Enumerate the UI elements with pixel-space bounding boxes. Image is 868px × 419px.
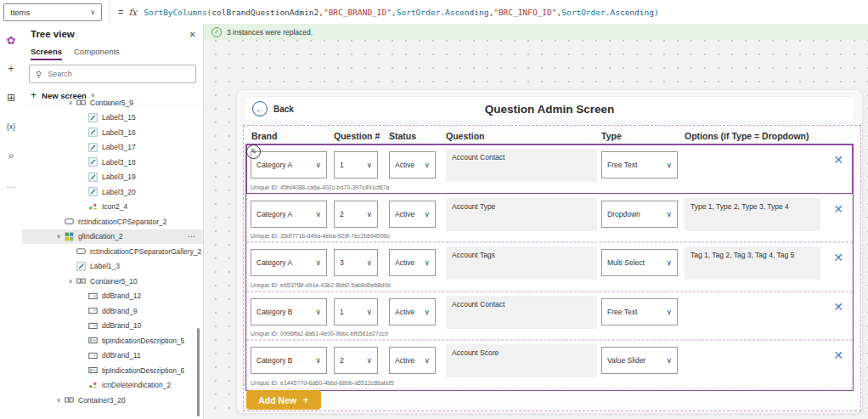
tree-item-rctIndicationCPSeparatorGallery_2[interactable]: rctIndicationCPSeparatorGallery_2 bbox=[22, 244, 203, 259]
search-icon[interactable]: ⌕ bbox=[0, 144, 22, 167]
brand-dropdown[interactable]: Category A∨ bbox=[251, 249, 327, 276]
options-input[interactable]: Tag 1, Tag 2, Tag 3, Tag 4, Tag 5 bbox=[685, 246, 820, 280]
tree-item-label: Label3_16 bbox=[102, 128, 136, 137]
tree-item-ddBrand_9[interactable]: ddBrand_9 bbox=[22, 303, 203, 319]
label-icon bbox=[88, 187, 98, 196]
delete-row-icon[interactable]: ✕ bbox=[830, 300, 847, 314]
question-input[interactable]: Account Contact bbox=[446, 296, 597, 329]
chevron-down-icon[interactable]: ∨ bbox=[53, 233, 65, 240]
gallery-row[interactable]: Category B∨1∨Active∨Account ContactFree … bbox=[246, 292, 853, 341]
type-dropdown[interactable]: Free Text∨ bbox=[601, 298, 678, 326]
tree-item-label: rctIndicationCPSeparatorGallery_2 bbox=[90, 247, 201, 256]
tree-item-Label3_16[interactable]: Label3_16 bbox=[22, 125, 203, 140]
question-number-dropdown[interactable]: 1∨ bbox=[334, 298, 378, 326]
question-input[interactable]: Account Type bbox=[446, 198, 597, 231]
divider bbox=[109, 1, 110, 24]
status-dropdown[interactable]: Active∨ bbox=[389, 151, 436, 178]
chevron-down-icon[interactable]: ∨ bbox=[65, 278, 76, 285]
status-dropdown-value: Active bbox=[395, 161, 414, 169]
gallery-row[interactable]: ✎Category A∨1∨Active∨Account ContactFree… bbox=[246, 144, 853, 194]
formula-code[interactable]: SortByColumns(colBrandQuestionAdmin2,"BR… bbox=[144, 8, 658, 17]
tree-item-ddBrand_11[interactable]: ddBrand_11 bbox=[22, 348, 203, 364]
gallery-row[interactable]: Category B∨2∨Active∨Account ScoreValue S… bbox=[246, 340, 853, 389]
tree-item-tipIndicationDescription_6[interactable]: tipIndicationDescription_6 bbox=[22, 363, 203, 378]
textinput-icon bbox=[88, 336, 98, 345]
brand-dropdown[interactable]: Category A∨ bbox=[251, 151, 327, 178]
options-input[interactable]: Type 1, Type 2, Type 3, Type 4 bbox=[685, 198, 820, 231]
tree-item-label: ddBrand_11 bbox=[102, 351, 141, 360]
chevron-down-icon: ∨ bbox=[666, 258, 672, 267]
question-input[interactable]: Account Tags bbox=[446, 246, 597, 280]
dropdown-icon bbox=[88, 306, 98, 315]
tree-item-Container5_9[interactable]: ∨Container5_9 bbox=[22, 95, 203, 110]
chevron-down-icon: ∨ bbox=[424, 161, 430, 169]
status-dropdown-value: Active bbox=[395, 356, 414, 365]
insert-icon[interactable]: + bbox=[0, 58, 22, 80]
status-dropdown[interactable]: Active∨ bbox=[389, 347, 436, 374]
tree-item-Label1_3[interactable]: Label1_3 bbox=[22, 259, 203, 275]
more-icon[interactable]: … bbox=[0, 173, 22, 195]
brand-dropdown[interactable]: Category A∨ bbox=[251, 201, 327, 228]
tree-item-ddBrand_12[interactable]: ddBrand_12 bbox=[22, 289, 203, 304]
question-input[interactable]: Account Score bbox=[446, 344, 597, 377]
variables-icon[interactable]: {x} bbox=[0, 116, 22, 138]
question-gallery[interactable]: ✎Category A∨1∨Active∨Account ContactFree… bbox=[245, 144, 854, 391]
brand-dropdown[interactable]: Category B∨ bbox=[251, 347, 327, 374]
tree-item-tipIndicationDescription_5[interactable]: tipIndicationDescription_5 bbox=[22, 333, 203, 348]
question-number-dropdown[interactable]: 3∨ bbox=[334, 249, 378, 276]
gallery-container: BrandQuestion #StatusQuestionTypeOptions… bbox=[243, 125, 861, 411]
tree-item-Container5_10[interactable]: ∨Container5_10 bbox=[22, 274, 203, 289]
tree-item-Label3_19[interactable]: Label3_19 bbox=[22, 170, 203, 185]
status-dropdown[interactable]: Active∨ bbox=[389, 298, 436, 326]
tree-item-Label3_17[interactable]: Label3_17 bbox=[22, 140, 203, 156]
chevron-down-icon[interactable]: ∨ bbox=[53, 397, 65, 404]
unique-id-label: Unique ID: eb537f8f-d91e-43b2-8bb0-5ab8d… bbox=[251, 282, 391, 288]
gallery-row[interactable]: Category A∨2∨Active∨Account TypeDropdown… bbox=[246, 194, 853, 243]
label-icon bbox=[88, 127, 98, 137]
type-dropdown-value: Free Text bbox=[607, 308, 637, 316]
status-dropdown[interactable]: Active∨ bbox=[389, 249, 436, 276]
tree-item-icnDeleteIndication_2[interactable]: icnDeleteIndication_2 bbox=[22, 378, 203, 394]
property-selector[interactable]: Items ∨ bbox=[3, 3, 102, 21]
question-input[interactable]: Account Contact bbox=[446, 149, 597, 182]
tree-item-Container3_20[interactable]: ∨Container3_20 bbox=[22, 393, 203, 408]
brand-dropdown[interactable]: Category B∨ bbox=[251, 298, 327, 326]
type-dropdown[interactable]: Dropdown∨ bbox=[601, 201, 678, 228]
delete-row-icon[interactable]: ✕ bbox=[830, 348, 847, 362]
more-icon[interactable]: ⋯ bbox=[188, 232, 196, 241]
question-number-dropdown[interactable]: 2∨ bbox=[334, 201, 378, 228]
tree-scrollbar[interactable] bbox=[197, 328, 200, 416]
data-table-icon[interactable]: ⊞ bbox=[0, 87, 22, 109]
status-dropdown-value: Active bbox=[395, 210, 414, 218]
tab-components[interactable]: Components bbox=[74, 47, 120, 60]
tree-item-Icon2_4[interactable]: Icon2_4 bbox=[22, 200, 203, 215]
tree-item-label: ddBrand_12 bbox=[102, 292, 141, 300]
close-icon[interactable]: ✕ bbox=[189, 30, 196, 39]
app-icon[interactable]: ✿ bbox=[0, 29, 22, 51]
gallery-row[interactable]: Category A∨3∨Active∨Account TagsMulti Se… bbox=[246, 242, 853, 292]
property-selector-value: Items bbox=[10, 8, 30, 17]
question-number-dropdown-value: 1 bbox=[340, 161, 344, 169]
tree-item-rctIndicationCPSeparator_2[interactable]: rctIndicationCPSeparator_2 bbox=[22, 214, 203, 229]
tab-screens[interactable]: Screens bbox=[31, 47, 62, 60]
tree-item-Label3_15[interactable]: Label3_15 bbox=[22, 110, 203, 126]
add-new-button[interactable]: Add New + bbox=[246, 390, 321, 410]
status-dropdown[interactable]: Active∨ bbox=[389, 201, 436, 228]
question-number-dropdown[interactable]: 2∨ bbox=[334, 347, 378, 374]
notification-banner: ✓ 3 instances were replaced. bbox=[204, 24, 868, 40]
page-title: Question Admin Screen bbox=[245, 103, 854, 116]
tree-item-Label3_20[interactable]: Label3_20 bbox=[22, 184, 203, 200]
delete-row-icon[interactable]: ✕ bbox=[830, 153, 847, 167]
question-number-dropdown[interactable]: 1∨ bbox=[334, 151, 378, 178]
chevron-down-icon[interactable]: ∨ bbox=[65, 99, 76, 106]
delete-row-icon[interactable]: ✕ bbox=[830, 202, 847, 216]
tree-item-glIndication_2[interactable]: ∨glIndication_2⋯ bbox=[22, 229, 203, 245]
type-dropdown[interactable]: Multi Select∨ bbox=[601, 249, 678, 276]
type-dropdown[interactable]: Free Text∨ bbox=[601, 151, 678, 178]
tree-item-ddBrand_10[interactable]: ddBrand_10 bbox=[22, 319, 203, 334]
type-dropdown[interactable]: Value Slider∨ bbox=[601, 347, 678, 374]
delete-row-icon[interactable]: ✕ bbox=[830, 251, 847, 264]
tree-item-Label3_18[interactable]: Label3_18 bbox=[22, 155, 203, 170]
search-input[interactable] bbox=[46, 69, 195, 79]
edit-pencil-icon[interactable]: ✎ bbox=[246, 144, 261, 159]
